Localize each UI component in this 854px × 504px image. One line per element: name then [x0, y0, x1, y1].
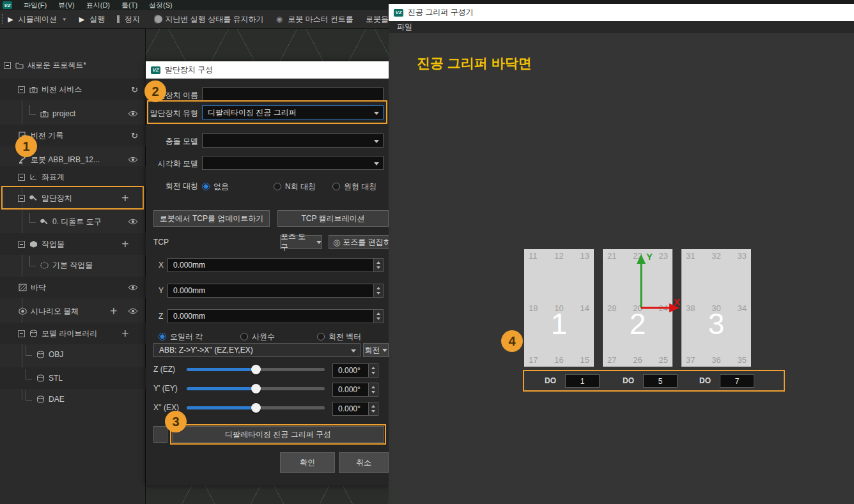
model-file-icon	[36, 374, 45, 383]
cancel-button[interactable]: 취소	[339, 452, 389, 473]
ok-button[interactable]: 확인	[280, 452, 335, 473]
eye-icon[interactable]	[128, 155, 138, 165]
refresh-icon[interactable]: ↻	[131, 131, 138, 141]
do-label: DO	[545, 376, 556, 385]
robot-button-clipped[interactable]: 로봇을	[366, 14, 389, 25]
tree-item-stl[interactable]: STL	[0, 367, 146, 389]
slider-ex-value[interactable]: 0.000°	[332, 402, 378, 416]
tree-item-floor[interactable]: 바닥	[0, 277, 146, 298]
tcp-y-input[interactable]: 0.000mm	[167, 284, 384, 298]
slider-handle[interactable]	[251, 403, 261, 413]
suction-panel-1[interactable]: 111213 181014 171615 1	[524, 249, 594, 367]
tree-item-basic-workpiece[interactable]: 기본 작업물	[0, 254, 146, 276]
tree-item-workpiece[interactable]: 작업물 +	[0, 233, 146, 255]
gripper-window-title-bar[interactable]: VZ 진공 그리퍼 구성기	[389, 4, 854, 21]
tree-item-default-tool[interactable]: 0. 디폴트 도구	[0, 211, 146, 233]
collision-dropdown[interactable]	[202, 134, 384, 148]
rotate-button[interactable]: 회전	[363, 343, 389, 357]
eye-icon[interactable]	[128, 217, 138, 227]
menu-settings[interactable]: 설정(S)	[149, 1, 173, 10]
symmetry-n-radio[interactable]: N회 대칭	[274, 180, 316, 192]
visualization-dropdown[interactable]	[202, 156, 384, 170]
menu-display[interactable]: 표시(D)	[86, 1, 110, 10]
add-icon[interactable]: +	[121, 192, 129, 204]
symmetry-none-radio[interactable]: 없음	[202, 180, 229, 192]
slider-ez-value[interactable]: 0.000°	[332, 363, 378, 378]
tree-item-vision-service[interactable]: 비전 서비스 ↻	[0, 79, 146, 100]
color-swatch-button[interactable]	[153, 426, 167, 443]
expander-icon[interactable]	[18, 195, 25, 202]
slider-ey[interactable]	[187, 387, 325, 390]
tree-item-obj[interactable]: OBJ	[0, 344, 146, 365]
z-label: Z	[159, 312, 163, 321]
stop-button[interactable]: 정지	[125, 14, 140, 25]
app-logo-icon: VZ	[151, 66, 160, 74]
simulate-caret-icon[interactable]: ▼	[62, 17, 67, 22]
do-input-2[interactable]: 5	[643, 374, 678, 388]
eye-icon[interactable]	[128, 307, 138, 316]
spinner-control[interactable]	[373, 284, 383, 297]
slider-ez[interactable]	[187, 368, 325, 371]
do-assignment-box: DO 1 DO 5 DO 7	[523, 370, 785, 392]
quaternion-radio[interactable]: 사원수	[240, 330, 275, 342]
tree-elbow-line	[29, 105, 36, 115]
gripper-menu-file[interactable]: 파일	[389, 22, 412, 33]
tcp-calibration-button[interactable]: TCP 캘리브레이션	[277, 210, 389, 227]
refresh-icon[interactable]: ↻	[131, 85, 138, 95]
euler-convention-dropdown[interactable]: ABB: Z->Y'->X'' (EZ,EY,EX)	[153, 343, 361, 357]
configure-vacuum-gripper-button[interactable]: 디팔레타이징 진공 그리퍼 구성	[172, 426, 384, 443]
eye-icon[interactable]	[128, 109, 138, 119]
do-label: DO	[623, 376, 634, 385]
spinner-control[interactable]	[368, 383, 378, 396]
tree-item-new-project[interactable]: 새로운 프로젝트*	[0, 54, 146, 76]
spinner-control[interactable]	[368, 402, 378, 415]
tree-item-coordinate-system[interactable]: 좌표계	[0, 166, 146, 188]
rotvec-radio[interactable]: 회전 벡터	[317, 330, 361, 342]
type-dropdown[interactable]: 디팔레타이징 진공 그리퍼	[202, 105, 384, 119]
expander-icon[interactable]	[18, 330, 25, 337]
tcp-x-input[interactable]: 0.000mm	[167, 258, 384, 272]
slider-ey-value[interactable]: 0.000°	[332, 383, 378, 397]
eye-icon[interactable]	[128, 283, 138, 293]
master-control-button[interactable]: 로봇 마스터 컨트롤	[288, 14, 353, 25]
euler-radio[interactable]: 오일러 각	[159, 330, 203, 342]
symmetry-circular-radio[interactable]: 원형 대칭	[332, 180, 377, 192]
expander-icon[interactable]	[4, 62, 11, 69]
toolbar-drag-handle[interactable]	[1, 13, 3, 25]
gripper-heading: 진공 그리퍼 바닥면	[417, 54, 532, 72]
menu-file[interactable]: 파일(F)	[24, 1, 47, 10]
gripper-content-area: 진공 그리퍼 바닥면 111213 181014 171615 1 212223…	[392, 36, 854, 504]
spinner-up-icon	[371, 367, 375, 369]
add-icon[interactable]: +	[109, 305, 118, 317]
spinner-control[interactable]	[373, 310, 383, 323]
simulate-button[interactable]: 시뮬레이션	[19, 14, 57, 25]
do-input-1[interactable]: 1	[565, 374, 600, 388]
run-button[interactable]: 실행	[89, 14, 105, 25]
expander-icon[interactable]	[18, 86, 25, 93]
expander-icon[interactable]	[18, 241, 25, 248]
menu-tools[interactable]: 툴(T)	[121, 1, 137, 10]
add-icon[interactable]: +	[121, 328, 129, 339]
menu-view[interactable]: 뷰(V)	[58, 1, 75, 10]
name-input[interactable]	[202, 88, 384, 102]
cup-number: 26	[632, 355, 644, 365]
suction-panel-3[interactable]: 313233 383034 373635 3	[681, 249, 751, 367]
slider-ex[interactable]	[187, 406, 325, 409]
tcp-z-input[interactable]: 0.000mm	[167, 309, 384, 323]
pose-tool-dropdown[interactable]: 포즈 도구	[280, 235, 322, 249]
tree-item-dae[interactable]: DAE	[0, 388, 146, 410]
slider-handle[interactable]	[251, 384, 261, 393]
expander-icon[interactable]	[18, 174, 25, 181]
tree-item-project[interactable]: project	[0, 103, 146, 125]
tree-item-scenario-object[interactable]: 시나리오 물체 +	[0, 300, 146, 322]
slider-handle[interactable]	[251, 365, 261, 374]
spinner-control[interactable]	[373, 259, 383, 271]
tree-item-model-library[interactable]: 모델 라이브러리 +	[0, 323, 146, 344]
dialog-title-bar[interactable]: VZ 말단장치 구성	[146, 61, 389, 79]
spinner-control[interactable]	[368, 364, 378, 377]
tree-item-end-effector[interactable]: 말단장치 +	[0, 187, 146, 209]
add-icon[interactable]: +	[121, 238, 129, 250]
keep-state-toggle[interactable]	[154, 15, 160, 24]
update-tcp-button[interactable]: 로봇에서 TCP를 업데이트하기	[153, 210, 270, 227]
do-input-3[interactable]: 7	[720, 374, 754, 388]
